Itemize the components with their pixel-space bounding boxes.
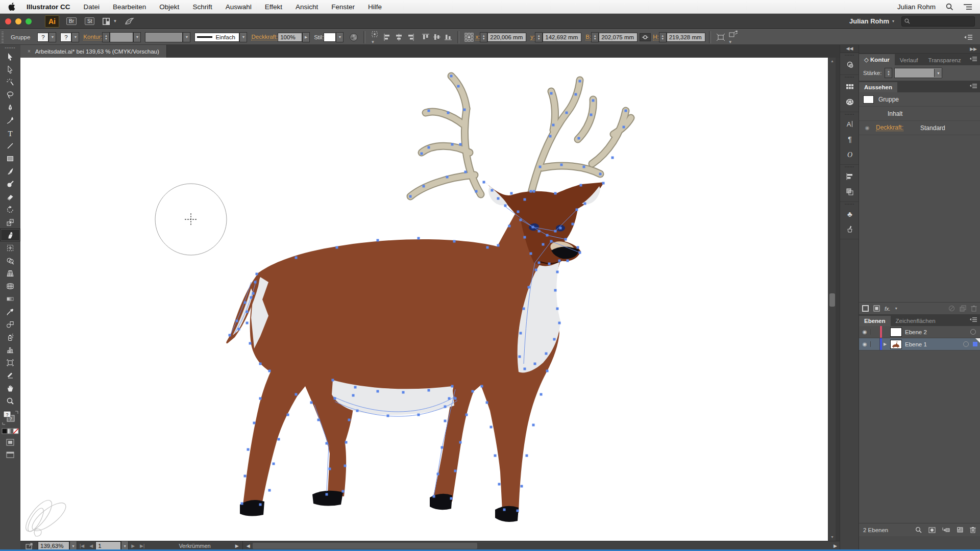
panel-icon-color-guide[interactable] xyxy=(840,94,859,110)
tool-line[interactable] xyxy=(0,139,20,152)
cc-account-name[interactable]: Julian Rohm xyxy=(849,17,889,25)
spotlight-search-icon[interactable] xyxy=(946,3,953,11)
align-center-icon[interactable] xyxy=(395,33,403,41)
expand-panels-icon[interactable]: ◀◀ xyxy=(840,45,859,53)
window-zoom-button[interactable] xyxy=(26,18,32,24)
gpu-performance-icon[interactable] xyxy=(124,17,134,26)
tool-scale[interactable] xyxy=(0,216,20,229)
appearance-row-gruppe[interactable]: Gruppe xyxy=(859,92,980,107)
width-profile-dropdown[interactable]: ▼ xyxy=(183,32,190,42)
visibility-eye-icon[interactable]: ◉ xyxy=(863,125,871,131)
deckkraft-panel-link[interactable]: Deckkraft: xyxy=(876,124,903,131)
circle-shape[interactable] xyxy=(155,184,227,255)
stroke-weight-dropdown[interactable]: ▼ xyxy=(133,32,141,42)
stroke-weight-stepper[interactable]: ▲▼ xyxy=(102,32,110,42)
tool-paintbrush[interactable] xyxy=(0,165,20,178)
tool-blend[interactable] xyxy=(0,318,20,331)
style-swatch[interactable] xyxy=(324,33,336,42)
tab-verlauf[interactable]: Verlauf xyxy=(895,55,923,65)
layer-visibility-icon[interactable]: ◉ xyxy=(859,341,871,347)
opacity-expand[interactable]: ▶ xyxy=(302,32,310,42)
panel-icon-pathfinder[interactable] xyxy=(840,184,859,199)
document-tab[interactable]: × Arbeitsdatei.ai* bei 139,63 % (CMYK/Vo… xyxy=(20,45,167,58)
next-artboard-icon[interactable]: ▶ xyxy=(131,543,135,548)
panel-icon-paragraph[interactable]: ¶ xyxy=(840,132,859,147)
tool-mesh[interactable] xyxy=(0,280,20,292)
brush-definition-dropdown[interactable]: ▼ xyxy=(239,32,247,42)
kontur-link[interactable]: Kontur: xyxy=(83,34,102,40)
artboard-canvas[interactable] xyxy=(20,58,828,541)
style-dropdown[interactable]: ▼ xyxy=(336,32,344,42)
align-top-icon[interactable] xyxy=(422,33,430,41)
hscroll-left-icon[interactable]: ◀ xyxy=(247,543,250,548)
menubar-username[interactable]: Julian Rohm xyxy=(897,3,936,11)
tool-warp[interactable] xyxy=(0,229,20,241)
layer-row-ebene2[interactable]: ◉ Ebene 2 xyxy=(859,326,980,338)
butterfly-sketch[interactable] xyxy=(21,496,70,536)
toolbar-grip[interactable]: ▪▪▪▪▪▪ xyxy=(0,45,20,50)
bridge-button[interactable]: Br xyxy=(66,17,77,25)
layer-thumbnail[interactable] xyxy=(890,340,902,349)
h-stepper[interactable]: ▲▼ xyxy=(659,32,667,42)
color-mode-buttons[interactable] xyxy=(0,427,20,436)
h-value-field[interactable]: 219,328 mm xyxy=(667,33,705,42)
tool-shape-builder[interactable] xyxy=(0,254,20,267)
fill-swatch-dropdown[interactable]: ▼ xyxy=(48,32,56,42)
layer-row-ebene1[interactable]: ◉ ▶ Ebene 1 xyxy=(859,338,980,350)
tool-shaper[interactable] xyxy=(0,178,20,190)
apple-icon[interactable] xyxy=(8,3,15,11)
reference-point-grid-icon[interactable] xyxy=(464,33,474,42)
panel-icon-character[interactable]: A xyxy=(840,116,859,132)
menu-effekt[interactable]: Effekt xyxy=(265,3,282,11)
fill-stroke-indicator[interactable]: ? ? xyxy=(0,409,20,427)
tool-symbol-sprayer[interactable] xyxy=(0,331,20,343)
collapse-dock-icon[interactable]: ▶▶ xyxy=(859,45,980,54)
add-stroke-icon[interactable] xyxy=(862,305,869,312)
x-link[interactable]: x: xyxy=(475,34,480,40)
status-expand-icon[interactable]: ▶ xyxy=(235,543,239,548)
fill-swatch-unknown[interactable]: ? xyxy=(37,33,48,42)
delete-layer-icon[interactable] xyxy=(970,527,976,533)
tool-free-transform[interactable] xyxy=(0,241,20,254)
tab-aussehen[interactable]: Aussehen xyxy=(859,82,897,92)
tool-selection[interactable] xyxy=(0,50,20,63)
tool-eraser[interactable] xyxy=(0,190,20,203)
menu-fenster[interactable]: Fenster xyxy=(331,3,355,11)
tool-artboard[interactable] xyxy=(0,356,20,369)
stroke-weight-value[interactable] xyxy=(110,32,133,42)
tool-hand[interactable] xyxy=(0,382,20,394)
brush-definition-select[interactable]: Einfach xyxy=(194,33,239,42)
deckkraft-link[interactable]: Deckkraft: xyxy=(251,34,278,40)
scroll-up-icon[interactable]: ▲ xyxy=(828,58,836,65)
b-value-field[interactable]: 202,075 mm xyxy=(599,33,638,42)
horizontal-scroll-thumb[interactable] xyxy=(253,543,477,549)
tab-transparenz[interactable]: Transparenz xyxy=(923,55,966,65)
locate-object-icon[interactable] xyxy=(915,527,922,533)
app-search-input[interactable] xyxy=(901,16,975,27)
transform-shape-icon[interactable] xyxy=(716,33,725,41)
stock-button[interactable]: St xyxy=(85,17,94,25)
x-stepper[interactable]: ▲▼ xyxy=(480,32,487,42)
b-link[interactable]: B: xyxy=(585,34,591,40)
deer-illustration[interactable] xyxy=(226,75,631,522)
width-profile-select[interactable] xyxy=(145,32,183,42)
tab-zeichenflaechen[interactable]: Zeichenflächen xyxy=(891,316,941,326)
tool-curvature[interactable] xyxy=(0,114,20,127)
panel-icon-swatches[interactable] xyxy=(840,79,859,94)
y-link[interactable]: y: xyxy=(530,34,535,40)
tab-kontur[interactable]: ◇ Kontur xyxy=(859,54,895,65)
tool-column-graph[interactable] xyxy=(0,343,20,356)
stroke-swatch-unknown[interactable]: ? xyxy=(60,33,71,42)
panel-icon-opentype[interactable]: O xyxy=(840,147,859,162)
new-layer-icon[interactable] xyxy=(957,527,963,533)
staerke-stepper[interactable]: ▲▼ xyxy=(885,68,892,78)
layer-expand-icon[interactable]: ▶ xyxy=(882,342,888,346)
window-minimize-button[interactable] xyxy=(15,18,21,24)
first-artboard-icon[interactable]: |◀ xyxy=(80,543,84,548)
appearance-row-deckkraft[interactable]: ◉ Deckkraft: Standard xyxy=(859,121,980,135)
panel-icon-color[interactable] xyxy=(840,57,859,72)
tool-gradient[interactable] xyxy=(0,292,20,305)
x-value-field[interactable]: 220,006 mm xyxy=(487,33,526,42)
tool-perspective-grid[interactable] xyxy=(0,267,20,280)
menu-app-name[interactable]: Illustrator CC xyxy=(27,3,70,11)
